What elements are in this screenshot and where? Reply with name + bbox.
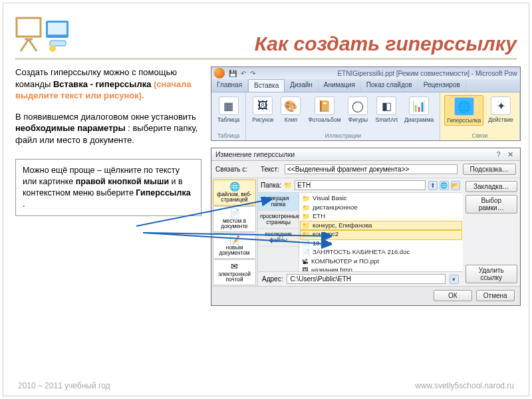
browse-web-icon[interactable]: 🌐 xyxy=(440,181,449,190)
svg-line-2 xyxy=(21,39,29,51)
file-item[interactable]: 📽КОМПЬЮТЕР и ПО.ppt xyxy=(301,257,462,267)
link-to-sidebar: 🌐файлом, веб-страницей 📄местом в докумен… xyxy=(211,178,258,286)
clipart-icon: 🎨 xyxy=(281,96,301,115)
file-item[interactable]: 📁конкурс2 xyxy=(301,230,462,239)
ok-button[interactable]: ОК xyxy=(434,290,472,301)
file-item[interactable]: 📁ETH xyxy=(301,212,462,221)
remove-link-button[interactable]: Удалить ссылку xyxy=(466,265,517,283)
file-item[interactable]: 📄ЗАНЯТОСТЬ КАБИНЕТА 216.doc xyxy=(301,248,462,257)
qat-save-icon[interactable]: 💾 xyxy=(229,70,237,77)
ribbon-group-tables: ▦ Таблица Таблица xyxy=(211,92,246,140)
tab-design[interactable]: Дизайн xyxy=(285,79,319,92)
smartart-icon: ◧ xyxy=(376,96,396,115)
file-name: ЗАНЯТОСТЬ КАБИНЕТА 216.doc xyxy=(313,248,410,257)
file-item[interactable]: 🖼названия.bmp xyxy=(301,266,462,271)
clipart-button[interactable]: 🎨Клип xyxy=(278,95,303,124)
file-icon: 📄 xyxy=(302,248,310,257)
album-icon: 📔 xyxy=(315,96,334,115)
browse-pane: Папка: 📁 ⬆ 🌐 📂 текущая папка xyxy=(258,178,463,286)
display-text-input[interactable] xyxy=(285,164,458,174)
tab-animation[interactable]: Анимация xyxy=(319,79,361,92)
qat-redo-icon[interactable]: ↷ xyxy=(250,70,255,77)
close-icon[interactable]: ✕ xyxy=(505,150,516,158)
action-button[interactable]: ✦Действие xyxy=(486,95,515,124)
slide-footer: 2010 – 2011 учебный год www.svetly5schoo… xyxy=(18,381,514,390)
file-list[interactable]: 📁Visual Basic📁дистанционное📁ETH📁конкурс,… xyxy=(299,193,463,271)
ribbon-body: ▦ Таблица Таблица 🖼Рисунок 🎨Клип 📔Фотоал… xyxy=(211,92,520,140)
svg-rect-6 xyxy=(50,41,66,46)
target-frame-button[interactable]: Выбор рамки… xyxy=(466,195,517,213)
address-input[interactable] xyxy=(287,274,445,284)
bookmark-button[interactable]: Закладка… xyxy=(466,181,517,192)
file-icon: 📄 xyxy=(302,239,310,249)
file-item[interactable]: 📁дистанционное xyxy=(301,203,462,213)
lookin-current[interactable]: текущая папка xyxy=(258,193,299,211)
tab-slideshow[interactable]: Показ слайдов xyxy=(361,79,418,92)
qat-undo-icon[interactable]: ↶ xyxy=(241,70,246,77)
file-icon: 📁 xyxy=(302,212,310,221)
title-bar: Как создать гиперссылку xyxy=(15,13,517,60)
note-box: Можно ещё проще – щёлкните по тексту или… xyxy=(15,159,201,216)
linkto-newdoc[interactable]: 📝новым документом xyxy=(213,233,256,259)
file-item[interactable]: 📁Visual Basic xyxy=(301,194,462,203)
tab-insert[interactable]: Вставка xyxy=(248,79,285,92)
folder-combo[interactable] xyxy=(295,180,426,190)
file-name: конкурс, Епифанова xyxy=(313,221,372,230)
left-column: Создать гиперссылку можно с помощью кома… xyxy=(15,66,201,306)
screentip-button[interactable]: Подсказка… xyxy=(463,164,516,175)
linkto-email[interactable]: ✉электронной почтой xyxy=(213,259,256,285)
file-icon: 📽 xyxy=(302,257,309,267)
tab-home[interactable]: Главная xyxy=(211,79,248,92)
office-orb-icon[interactable] xyxy=(214,68,225,78)
paragraph-2: В появившемся диалоговом окне установить… xyxy=(15,111,201,146)
hyperlink-button[interactable]: 🌐Гиперссылка xyxy=(444,95,483,126)
ribbon-group-links: 🌐Гиперссылка ✦Действие Связи xyxy=(440,92,520,140)
window-title: ETNIGiperssilki.ppt [Режим совместимости… xyxy=(337,70,517,77)
help-icon[interactable]: ? xyxy=(493,150,504,158)
file-name: ETH xyxy=(313,212,325,221)
folder-icon: 📁 xyxy=(284,182,292,189)
shapes-icon: ◯ xyxy=(348,96,368,115)
table-button[interactable]: ▦ Таблица xyxy=(215,95,241,124)
lookin-recent[interactable]: последние файлы xyxy=(258,229,299,247)
file-item[interactable]: 📄10.doc xyxy=(301,239,462,249)
picture-button[interactable]: 🖼Рисунок xyxy=(250,95,275,124)
content: Создать гиперссылку можно с помощью кома… xyxy=(15,66,517,306)
globe-icon: 🌐 xyxy=(215,182,254,192)
new-doc-icon: 📝 xyxy=(215,235,254,245)
svg-rect-0 xyxy=(17,18,41,37)
tab-review[interactable]: Рецензиров xyxy=(418,79,466,92)
file-icon: 📁 xyxy=(302,194,310,203)
picture-icon: 🖼 xyxy=(253,96,273,115)
lookin-browsed[interactable]: просмотренные страницы xyxy=(258,211,299,229)
dialog-titlebar: Изменение гиперссылки ? ✕ xyxy=(211,148,520,161)
file-browser: текущая папка просмотренные страницы пос… xyxy=(258,193,463,271)
quick-access-toolbar: 💾 ↶ ↷ ETNIGiperssilki.ppt [Режим совмест… xyxy=(211,67,520,79)
footer-left: 2010 – 2011 учебный год xyxy=(18,381,110,390)
file-name: Visual Basic xyxy=(313,194,347,203)
mail-icon: ✉ xyxy=(215,262,254,271)
chart-button[interactable]: 📊Диаграмма xyxy=(402,95,436,124)
file-icon: 📁 xyxy=(302,221,310,231)
dialog-title-text: Изменение гиперссылки xyxy=(215,150,295,158)
address-label: Адрес: xyxy=(262,275,283,283)
linkto-file-web[interactable]: 🌐файлом, веб-страницей xyxy=(213,180,256,205)
linkto-place[interactable]: 📄местом в документе xyxy=(213,206,256,232)
cancel-button[interactable]: Отмена xyxy=(476,290,515,301)
dialog-body: 🌐файлом, веб-страницей 📄местом в докумен… xyxy=(211,178,520,286)
folder-tools: ⬆ 🌐 📂 xyxy=(428,181,460,190)
file-name: 10.doc xyxy=(313,239,332,248)
folder-row: Папка: 📁 ⬆ 🌐 📂 xyxy=(258,178,463,193)
file-item[interactable]: 📁конкурс, Епифанова xyxy=(301,221,462,231)
right-column: 💾 ↶ ↷ ETNIGiperssilki.ppt [Режим совмест… xyxy=(211,66,521,306)
doc-place-icon: 📄 xyxy=(215,209,254,218)
address-dropdown-icon[interactable]: ▾ xyxy=(450,275,459,284)
shapes-button[interactable]: ◯Фигуры xyxy=(345,95,370,124)
hyperlink-dialog: Изменение гиперссылки ? ✕ Связать с: Тек… xyxy=(211,148,521,306)
photoalbum-button[interactable]: 📔Фотоальбом xyxy=(306,95,342,124)
folder-label: Папка: xyxy=(261,182,281,189)
file-icon: 🖼 xyxy=(302,266,309,271)
smartart-button[interactable]: ◧SmartArt xyxy=(373,95,400,124)
browse-file-icon[interactable]: 📂 xyxy=(451,181,460,190)
up-folder-icon[interactable]: ⬆ xyxy=(428,181,438,190)
